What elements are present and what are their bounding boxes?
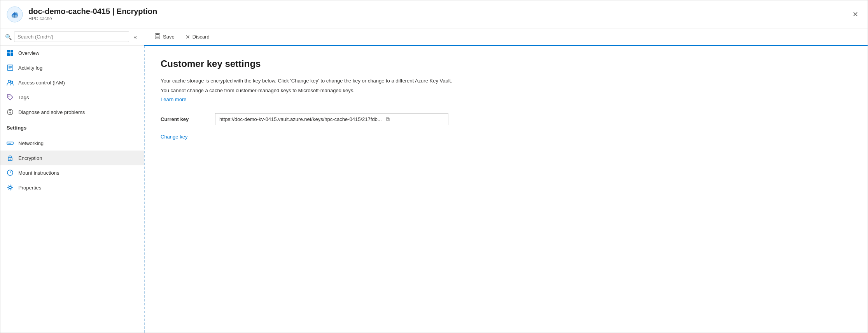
svg-rect-28 bbox=[156, 33, 159, 35]
encryption-icon bbox=[7, 154, 14, 161]
sidebar-item-activity-log[interactable]: Activity log bbox=[0, 60, 144, 75]
sidebar-item-networking-label: Networking bbox=[18, 140, 44, 146]
activity-log-icon bbox=[7, 64, 14, 71]
close-button[interactable]: ✕ bbox=[849, 9, 861, 19]
title-bar-left: doc-demo-cache-0415 | Encryption HPC cac… bbox=[7, 6, 157, 23]
main-layout: 🔍 « Overview Activity log Access control… bbox=[0, 28, 868, 333]
page-title-header: doc-demo-cache-0415 | Encryption bbox=[28, 7, 157, 16]
title-text: doc-demo-cache-0415 | Encryption HPC cac… bbox=[28, 7, 157, 21]
sidebar-item-overview[interactable]: Overview bbox=[0, 46, 144, 60]
learn-more-link[interactable]: Learn more bbox=[161, 96, 186, 102]
collapse-button[interactable]: « bbox=[131, 32, 139, 42]
save-label: Save bbox=[163, 34, 175, 40]
tags-icon bbox=[7, 94, 14, 101]
page-content: Customer key settings Your cache storage… bbox=[144, 46, 868, 333]
sidebar-item-encryption[interactable]: Encryption bbox=[0, 151, 144, 165]
search-input[interactable] bbox=[14, 32, 129, 42]
svg-rect-6 bbox=[10, 53, 13, 56]
sidebar-item-overview-label: Overview bbox=[18, 50, 39, 56]
change-key-link[interactable]: Change key bbox=[161, 134, 187, 140]
overview-icon bbox=[7, 49, 14, 56]
svg-point-25 bbox=[10, 172, 10, 173]
sidebar-item-networking[interactable]: Networking bbox=[0, 136, 144, 151]
description-line2: You cannot change a cache from customer-… bbox=[161, 87, 852, 95]
hpc-cache-icon bbox=[7, 6, 23, 23]
current-key-label: Current key bbox=[161, 116, 207, 122]
copy-icon[interactable]: ⧉ bbox=[386, 116, 390, 123]
sidebar-item-properties[interactable]: Properties bbox=[0, 180, 144, 195]
properties-icon bbox=[7, 184, 14, 191]
sidebar-item-iam[interactable]: Access control (IAM) bbox=[0, 75, 144, 90]
current-key-text: https://doc-demo-kv-0415.vault.azure.net… bbox=[219, 116, 382, 122]
search-icon: 🔍 bbox=[5, 34, 12, 40]
svg-rect-5 bbox=[7, 53, 10, 56]
svg-rect-3 bbox=[7, 50, 10, 53]
sidebar-item-properties-label: Properties bbox=[18, 185, 41, 191]
diagnose-icon bbox=[7, 109, 14, 116]
description-line1: Your cache storage is encrypted with the… bbox=[161, 77, 852, 85]
settings-section-header: Settings bbox=[0, 119, 144, 132]
sidebar-item-mount-instructions[interactable]: Mount instructions bbox=[0, 165, 144, 180]
sidebar-item-tags[interactable]: Tags bbox=[0, 90, 144, 105]
title-bar: doc-demo-cache-0415 | Encryption HPC cac… bbox=[0, 0, 868, 28]
mount-icon bbox=[7, 169, 14, 176]
search-bar: 🔍 « bbox=[0, 28, 144, 46]
svg-point-11 bbox=[8, 80, 10, 82]
discard-icon: ✕ bbox=[186, 34, 190, 40]
customer-key-settings-title: Customer key settings bbox=[161, 58, 852, 69]
sidebar-item-diagnose[interactable]: Diagnose and solve problems bbox=[0, 105, 144, 119]
discard-button[interactable]: ✕ Discard bbox=[183, 32, 212, 42]
iam-icon bbox=[7, 79, 14, 86]
toolbar: Save ✕ Discard bbox=[144, 28, 868, 46]
svg-point-22 bbox=[10, 159, 11, 160]
svg-point-13 bbox=[9, 96, 10, 97]
sidebar-item-mount-instructions-label: Mount instructions bbox=[18, 170, 60, 176]
sidebar-item-iam-label: Access control (IAM) bbox=[18, 80, 65, 86]
discard-label: Discard bbox=[192, 34, 210, 40]
save-icon bbox=[154, 33, 161, 40]
content-area: Save ✕ Discard Customer key settings You… bbox=[144, 28, 868, 333]
sidebar-item-encryption-label: Encryption bbox=[18, 155, 42, 161]
networking-icon bbox=[7, 140, 14, 147]
sidebar-item-tags-label: Tags bbox=[18, 95, 29, 100]
sidebar: 🔍 « Overview Activity log Access control… bbox=[0, 28, 144, 333]
save-button[interactable]: Save bbox=[152, 32, 177, 42]
current-key-value-box: https://doc-demo-kv-0415.vault.azure.net… bbox=[215, 113, 448, 125]
svg-point-12 bbox=[11, 81, 13, 83]
page-subtitle: HPC cache bbox=[28, 16, 157, 21]
sidebar-item-diagnose-label: Diagnose and solve problems bbox=[18, 109, 85, 115]
svg-point-26 bbox=[9, 186, 11, 189]
sidebar-item-activity-log-label: Activity log bbox=[18, 65, 42, 71]
settings-divider bbox=[7, 134, 138, 134]
current-key-row: Current key https://doc-demo-kv-0415.vau… bbox=[161, 113, 852, 125]
svg-rect-4 bbox=[10, 50, 13, 53]
